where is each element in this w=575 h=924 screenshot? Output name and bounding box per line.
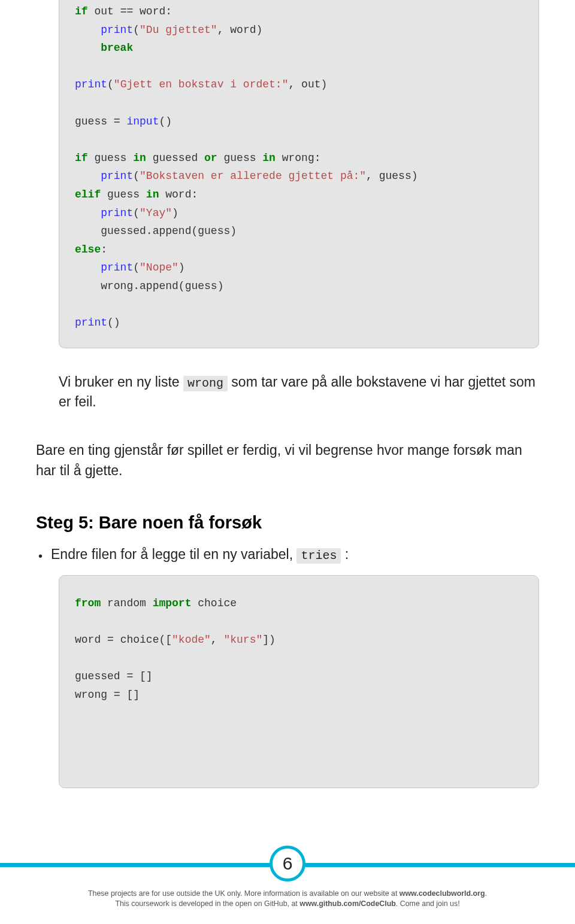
code-block-1: if out == word: print("Du gjettet", word… [59,0,539,348]
intro-paragraph: Bare en ting gjenstår før spillet er fer… [36,440,539,481]
code-block-2: from random import choice word = choice(… [59,575,539,788]
page-number-badge: 6 [270,846,305,882]
page-footer: 6 These projects are for use outside the… [0,863,575,924]
inline-code-tries: tries [296,548,341,564]
bullet-dot-icon: • [38,546,43,566]
description-paragraph: Vi bruker en ny liste wrong som tar vare… [59,372,539,412]
step-heading: Steg 5: Bare noen få forsøk [36,513,539,533]
footer-text: These projects are for use outside the U… [0,889,575,910]
inline-code-wrong: wrong [183,376,228,391]
bullet-item: • Endre filen for å legge til en ny vari… [38,545,539,566]
